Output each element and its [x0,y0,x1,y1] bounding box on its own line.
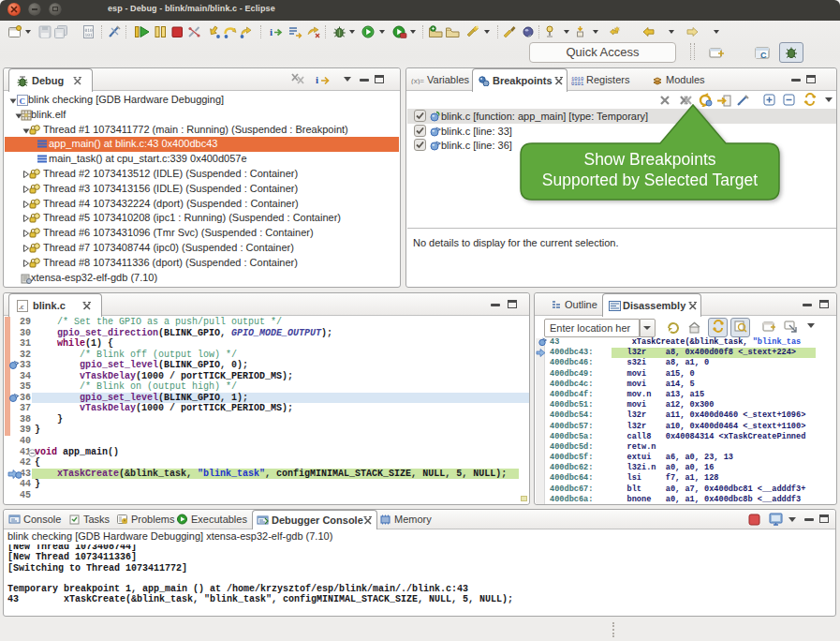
svg-text:101: 101 [85,33,93,37]
svg-text:0101: 0101 [571,81,584,85]
svg-text:Supported by Selected Target: Supported by Selected Target [542,171,758,189]
svg-text:C: C [760,51,767,60]
svg-text:Show Breakpoints: Show Breakpoints [583,150,715,169]
svg-text:i: i [270,26,273,37]
svg-text:C: C [20,97,26,106]
svg-text:i: i [316,74,318,85]
svg-text:.c: .c [19,303,24,311]
svg-text:(x)=: (x)= [411,77,424,84]
